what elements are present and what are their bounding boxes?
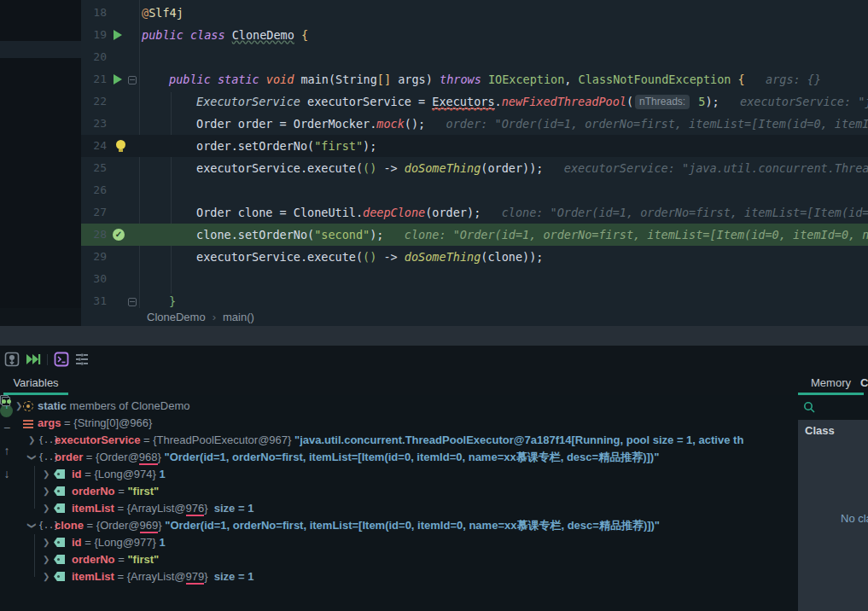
show-execution-point-button[interactable] — [4, 352, 20, 367]
line-number: 30 — [81, 268, 107, 290]
code-text[interactable]: Order order = OrderMocker.mock(); order:… — [196, 113, 868, 135]
breadcrumb-method[interactable]: main() — [223, 311, 254, 323]
variable-text: args = {String[0]@966} — [38, 415, 152, 432]
code-text[interactable]: clone.setOrderNo("second"); clone: "Orde… — [196, 224, 868, 246]
line-number: 24 — [81, 135, 107, 157]
move-down-button[interactable]: ↓ — [0, 467, 14, 480]
fold-marker-icon[interactable] — [128, 298, 137, 306]
editor-code: 18@Slf4j19public class CloneDemo {2021pu… — [81, 0, 868, 308]
variable-text: static members of CloneDemo — [38, 398, 189, 415]
variable-text: order = {Order@968} "Order(id=1, orderNo… — [55, 449, 659, 466]
variable-row-clone-orderNo[interactable]: ❯orderNo = "first" — [14, 551, 798, 568]
variable-text: orderNo = "first" — [72, 483, 159, 500]
line-number: 25 — [81, 157, 107, 179]
chevron-right-icon[interactable]: ❯ — [43, 568, 50, 585]
code-text[interactable]: executorService.execute(() -> doSomeThin… — [196, 157, 868, 179]
breakpoint-check-icon[interactable]: ✓ — [113, 229, 125, 241]
line-number: 21 — [81, 68, 107, 90]
field-tag-icon — [54, 486, 65, 496]
static-members-icon — [23, 401, 33, 411]
code-line-18: 18@Slf4j — [81, 2, 868, 24]
tab-partial[interactable]: C — [860, 373, 868, 395]
variable-text: orderNo = "first" — [72, 551, 159, 568]
remove-watch-button[interactable]: − — [0, 421, 14, 434]
tab-variables[interactable]: Variables — [3, 373, 68, 395]
variable-text: id = {Long@977} 1 — [72, 534, 166, 551]
breadcrumb-class[interactable]: CloneDemo — [147, 311, 206, 323]
line-number: 28 — [81, 224, 107, 246]
ide-debug-window: 18@Slf4j19public class CloneDemo {2021pu… — [0, 0, 868, 611]
variable-row-order[interactable]: ❯{..}order = {Order@968} "Order(id=1, or… — [14, 449, 798, 466]
line-number: 20 — [81, 46, 107, 68]
variable-row-order-orderNo[interactable]: ❯orderNo = "first" — [14, 483, 798, 500]
code-line-27: 27Order clone = CloneUtil.deepClone(orde… — [81, 201, 868, 224]
search-icon[interactable] — [803, 401, 816, 414]
chevron-right-icon[interactable]: ❯ — [28, 432, 35, 449]
code-line-30: 30 — [81, 268, 868, 290]
layout-settings-button[interactable] — [74, 352, 90, 367]
variable-row-clone[interactable]: ❯{..}clone = {Order@969} "Order(id=1, or… — [14, 517, 798, 534]
chevron-right-icon[interactable]: ❯ — [43, 483, 50, 500]
code-line-19: 19public class CloneDemo { — [81, 24, 868, 46]
code-text[interactable]: @Slf4j — [142, 2, 184, 24]
code-line-21: 21public static void main(String[] args)… — [81, 68, 868, 90]
tab-memory-label: Memory — [811, 376, 851, 389]
breadcrumb-separator-icon: › — [213, 311, 216, 323]
chevron-right-icon[interactable]: ❯ — [15, 398, 22, 415]
variables-panel: ❯static members of CloneDemoargs = {Stri… — [14, 395, 798, 611]
code-text[interactable]: ExecutorService executorService = Execut… — [196, 90, 868, 113]
variable-row-order-id[interactable]: ❯id = {Long@974} 1 — [14, 466, 798, 483]
code-line-20: 20 — [81, 46, 868, 68]
code-line-29: 29executorService.execute(() -> doSomeTh… — [81, 246, 868, 268]
move-up-button[interactable]: ↑ — [0, 444, 14, 457]
panel-divider-band — [0, 326, 868, 346]
variable-row-executorService[interactable]: ❯{..}executorService = {ThreadPoolExecut… — [14, 432, 798, 449]
memory-empty-message: No cla — [841, 512, 868, 525]
code-line-31: 31} — [81, 290, 868, 308]
debug-toolbar — [0, 346, 868, 373]
variables-toolbar: + − ↑ ↓ — [0, 395, 14, 611]
variable-text: itemList = {ArrayList@979} size = 1 — [72, 568, 253, 585]
code-line-23: 23Order order = OrderMocker.mock(); orde… — [81, 113, 868, 135]
tab-memory[interactable]: Memory — [798, 373, 864, 395]
line-number: 31 — [81, 290, 107, 308]
toolbar-separator — [47, 354, 48, 365]
debug-tab-bar: Variables Memory C — [0, 373, 868, 395]
code-text[interactable]: public class CloneDemo { — [142, 24, 308, 46]
variable-row-static-members[interactable]: ❯static members of CloneDemo — [14, 398, 798, 415]
code-text[interactable]: public static void main(String[] args) t… — [169, 68, 821, 90]
line-number: 26 — [81, 179, 107, 201]
parameter-icon — [23, 420, 33, 428]
chevron-right-icon[interactable]: ❯ — [43, 551, 50, 568]
lightbulb-icon[interactable] — [116, 140, 125, 149]
chevron-right-icon[interactable]: ❯ — [43, 500, 50, 517]
chevron-right-icon[interactable]: ❯ — [43, 466, 50, 483]
line-number: 29 — [81, 246, 107, 268]
open-console-button[interactable] — [54, 352, 69, 367]
code-text[interactable]: Order clone = CloneUtil.deepClone(order)… — [196, 201, 868, 224]
project-pane-collapsed — [0, 0, 81, 308]
code-text[interactable]: } — [169, 290, 176, 308]
breadcrumb: CloneDemo›main() — [81, 308, 868, 326]
code-text[interactable]: executorService.execute(() -> doSomeThin… — [196, 246, 543, 268]
resume-program-button[interactable] — [26, 352, 41, 367]
variable-row-clone-id[interactable]: ❯id = {Long@977} 1 — [14, 534, 798, 551]
variable-text: clone = {Order@969} "Order(id=1, orderNo… — [55, 517, 660, 534]
variable-text: itemList = {ArrayList@976} size = 1 — [72, 500, 253, 517]
memory-class-column-header: Class — [805, 424, 835, 437]
code-line-25: 25executorService.execute(() -> doSomeTh… — [81, 157, 868, 179]
code-line-22: 22ExecutorService executorService = Exec… — [81, 90, 868, 113]
chevron-right-icon[interactable]: ❯ — [43, 534, 50, 551]
memory-panel: Class No cla — [798, 395, 868, 611]
field-tag-icon — [54, 503, 65, 513]
variable-row-clone-itemList[interactable]: ❯itemList = {ArrayList@979} size = 1 — [14, 568, 798, 585]
field-tag-icon — [54, 572, 65, 581]
run-arrow-icon[interactable] — [114, 30, 122, 40]
variable-row-args[interactable]: args = {String[0]@966} — [14, 415, 798, 432]
variable-text: id = {Long@974} 1 — [72, 466, 166, 483]
memory-class-list: Class No cla — [798, 420, 868, 611]
variable-row-order-itemList[interactable]: ❯itemList = {ArrayList@976} size = 1 — [14, 500, 798, 517]
fold-marker-icon[interactable] — [128, 76, 137, 84]
run-arrow-icon[interactable] — [114, 74, 122, 84]
code-text[interactable]: order.setOrderNo("first"); — [196, 135, 376, 157]
